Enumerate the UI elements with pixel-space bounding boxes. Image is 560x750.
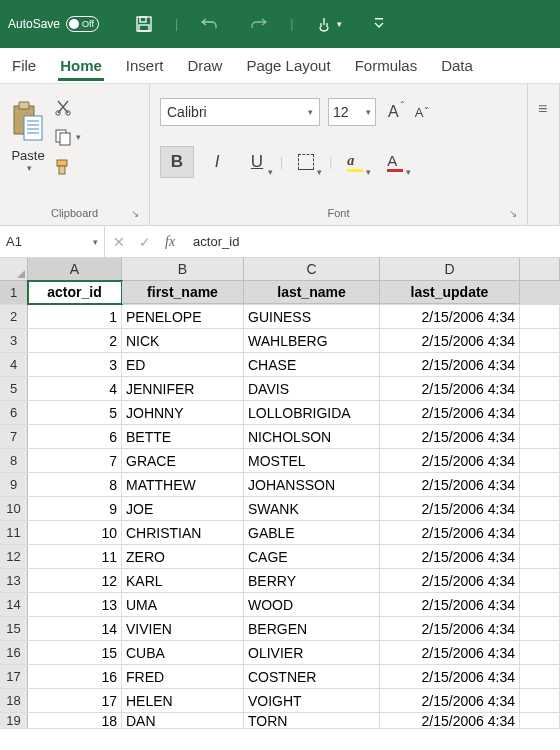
row-header[interactable]: 18 (0, 689, 28, 712)
cell[interactable]: UMA (122, 593, 244, 616)
cell[interactable]: GABLE (244, 521, 380, 544)
font-size-select[interactable]: 12▾ (328, 98, 376, 126)
redo-icon[interactable] (250, 15, 268, 33)
column-header[interactable]: C (244, 258, 380, 280)
cell[interactable]: last_update (380, 281, 520, 304)
row-header[interactable]: 1 (0, 281, 28, 304)
fx-icon[interactable]: fx (165, 234, 175, 250)
cell[interactable]: JOHANSSON (244, 473, 380, 496)
cell[interactable]: WAHLBERG (244, 329, 380, 352)
cell[interactable]: JOE (122, 497, 244, 520)
cell[interactable]: CUBA (122, 641, 244, 664)
cell[interactable] (520, 377, 560, 400)
cell[interactable]: 13 (28, 593, 122, 616)
cell[interactable] (520, 353, 560, 376)
cell[interactable]: HELEN (122, 689, 244, 712)
cell[interactable]: CAGE (244, 545, 380, 568)
cell[interactable]: 2/15/2006 4:34 (380, 569, 520, 592)
cell[interactable]: 2/15/2006 4:34 (380, 617, 520, 640)
bold-button[interactable]: B (160, 146, 194, 178)
cell[interactable] (520, 425, 560, 448)
cell[interactable]: DAN (122, 713, 244, 728)
undo-icon[interactable] (200, 15, 218, 33)
autosave-toggle[interactable]: AutoSave Off (8, 16, 99, 32)
row-header[interactable]: 9 (0, 473, 28, 496)
save-icon[interactable] (135, 15, 153, 33)
borders-button[interactable]: ▾ (289, 146, 323, 178)
tab-page-layout[interactable]: Page Layout (246, 51, 330, 80)
row-header[interactable]: 7 (0, 425, 28, 448)
column-header[interactable] (520, 258, 560, 280)
cell[interactable]: 2/15/2006 4:34 (380, 593, 520, 616)
row-header[interactable]: 13 (0, 569, 28, 592)
cell[interactable]: 2/15/2006 4:34 (380, 401, 520, 424)
row-header[interactable]: 3 (0, 329, 28, 352)
cell[interactable]: 16 (28, 665, 122, 688)
row-header[interactable]: 12 (0, 545, 28, 568)
cell[interactable]: 18 (28, 713, 122, 728)
cell[interactable]: OLIVIER (244, 641, 380, 664)
cell[interactable]: 2/15/2006 4:34 (380, 665, 520, 688)
cell[interactable]: COSTNER (244, 665, 380, 688)
cell[interactable]: 17 (28, 689, 122, 712)
cell[interactable]: 2/15/2006 4:34 (380, 497, 520, 520)
cell[interactable] (520, 641, 560, 664)
cell[interactable]: LOLLOBRIGIDA (244, 401, 380, 424)
cell[interactable]: 8 (28, 473, 122, 496)
cell[interactable]: VIVIEN (122, 617, 244, 640)
select-all-triangle[interactable] (0, 258, 28, 280)
cell[interactable]: GUINESS (244, 305, 380, 328)
cell[interactable]: CHRISTIAN (122, 521, 244, 544)
cell[interactable]: FRED (122, 665, 244, 688)
font-color-button[interactable]: A▾ (378, 146, 412, 178)
cell[interactable] (520, 281, 560, 304)
cell[interactable] (520, 689, 560, 712)
cell[interactable]: CHASE (244, 353, 380, 376)
dialog-launcher-icon[interactable]: ↘ (509, 208, 517, 219)
name-box[interactable]: A1▾ (0, 226, 105, 257)
cell[interactable]: 2/15/2006 4:34 (380, 329, 520, 352)
toggle-switch[interactable]: Off (66, 16, 99, 32)
tab-file[interactable]: File (12, 51, 36, 80)
customize-qat-icon[interactable] (374, 17, 384, 31)
cell[interactable]: JOHNNY (122, 401, 244, 424)
cell[interactable] (520, 593, 560, 616)
cut-button[interactable] (54, 98, 81, 116)
cell[interactable]: NICK (122, 329, 244, 352)
cell[interactable]: BETTE (122, 425, 244, 448)
cell[interactable] (520, 617, 560, 640)
cell[interactable] (520, 665, 560, 688)
cell[interactable]: WOOD (244, 593, 380, 616)
cell[interactable]: BERRY (244, 569, 380, 592)
row-header[interactable]: 8 (0, 449, 28, 472)
cell[interactable]: 6 (28, 425, 122, 448)
cell[interactable]: VOIGHT (244, 689, 380, 712)
cell[interactable]: 2/15/2006 4:34 (380, 473, 520, 496)
tab-formulas[interactable]: Formulas (355, 51, 418, 80)
cell[interactable]: 10 (28, 521, 122, 544)
cell[interactable]: 2/15/2006 4:34 (380, 425, 520, 448)
row-header[interactable]: 4 (0, 353, 28, 376)
cell[interactable]: 2 (28, 329, 122, 352)
tab-data[interactable]: Data (441, 51, 473, 80)
cell[interactable]: 2/15/2006 4:34 (380, 449, 520, 472)
cell[interactable] (520, 521, 560, 544)
row-header[interactable]: 14 (0, 593, 28, 616)
cell[interactable]: NICHOLSON (244, 425, 380, 448)
cell[interactable]: PENELOPE (122, 305, 244, 328)
decrease-font-icon[interactable]: A⌄ (411, 103, 428, 122)
row-header[interactable]: 10 (0, 497, 28, 520)
copy-button[interactable]: ▾ (54, 128, 81, 146)
cell[interactable] (520, 329, 560, 352)
cell[interactable]: 7 (28, 449, 122, 472)
cell[interactable]: 11 (28, 545, 122, 568)
column-header[interactable]: A (28, 258, 122, 280)
cell[interactable]: first_name (122, 281, 244, 304)
row-header[interactable]: 15 (0, 617, 28, 640)
row-header[interactable]: 2 (0, 305, 28, 328)
cell[interactable] (520, 473, 560, 496)
cell[interactable]: 9 (28, 497, 122, 520)
cell[interactable]: 12 (28, 569, 122, 592)
cell[interactable]: DAVIS (244, 377, 380, 400)
row-header[interactable]: 11 (0, 521, 28, 544)
